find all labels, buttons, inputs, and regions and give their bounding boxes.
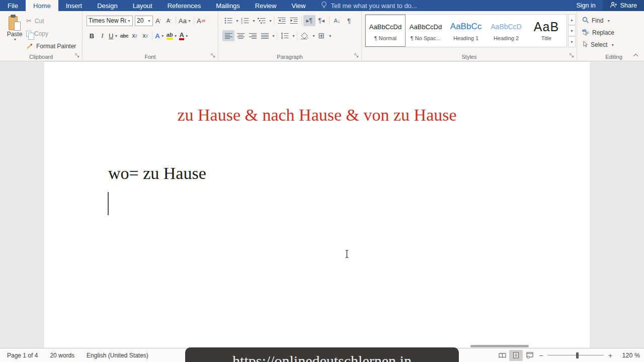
find-button[interactable]: Find ▼	[582, 15, 614, 27]
justify-dropdown-arrow-icon[interactable]: ▼	[272, 34, 275, 38]
cut-button[interactable]: ✂ Cut	[26, 15, 76, 27]
zoom-slider-handle[interactable]	[576, 352, 579, 358]
clipboard-group-label: Clipboard	[0, 54, 82, 60]
paste-button[interactable]: Paste ▼	[4, 15, 25, 41]
highlight-color-button[interactable]: ab▼	[166, 30, 179, 41]
show-hide-pilcrow-button[interactable]: ¶	[343, 15, 355, 26]
text-effects-button[interactable]: A▼	[154, 30, 165, 41]
language-indicator[interactable]: English (United States)	[87, 352, 148, 359]
word-window: File Home Insert Design Layout Reference…	[0, 0, 644, 362]
grow-font-button[interactable]: Aˆ	[153, 15, 164, 26]
font-family-dropdown-arrow-icon: ▼	[127, 19, 131, 23]
justify-button[interactable]	[259, 30, 271, 41]
select-dropdown-arrow-icon: ▼	[611, 43, 614, 47]
font-color-button[interactable]: A▼	[178, 30, 189, 41]
svg-text:3: 3	[241, 22, 243, 25]
copy-button[interactable]: Copy	[26, 27, 76, 40]
format-painter-button[interactable]: Format Painter	[26, 40, 76, 52]
style-normal[interactable]: AaBbCcDd ¶ Normal	[365, 15, 406, 47]
borders-dropdown-arrow-icon[interactable]: ▼	[329, 34, 332, 38]
tab-view[interactable]: View	[284, 0, 313, 11]
align-right-button[interactable]	[247, 30, 259, 41]
justify-icon	[261, 33, 269, 39]
web-layout-button[interactable]	[523, 350, 536, 361]
select-button[interactable]: Select ▼	[582, 39, 614, 51]
zoom-out-button[interactable]: −	[536, 351, 545, 359]
replace-button[interactable]: abac Replace	[582, 27, 614, 39]
read-mode-button[interactable]	[496, 350, 509, 361]
line-spacing-dropdown-arrow-icon[interactable]: ▼	[292, 34, 295, 38]
line-spacing-button[interactable]	[279, 30, 291, 41]
style-heading-1[interactable]: AaBbCc Heading 1	[446, 15, 486, 47]
share-button[interactable]: Share	[603, 0, 644, 11]
align-right-icon	[249, 33, 257, 39]
multilevel-list-button[interactable]	[256, 15, 268, 26]
zoom-slider[interactable]	[547, 350, 604, 361]
shrink-font-button[interactable]: Aˇ	[164, 15, 174, 26]
shading-button[interactable]	[299, 30, 311, 41]
styles-dialog-launcher[interactable]	[570, 52, 574, 59]
bullets-dropdown-arrow-icon[interactable]: ▼	[235, 19, 239, 23]
horizontal-scrollbar-thumb[interactable]	[470, 345, 529, 347]
superscript-button[interactable]: x2	[140, 30, 150, 41]
style-title-name: Title	[527, 35, 566, 41]
bold-button[interactable]: B	[87, 30, 97, 41]
multilevel-dropdown-arrow-icon[interactable]: ▼	[269, 19, 272, 23]
word-count[interactable]: 20 words	[50, 352, 74, 359]
sign-in-button[interactable]: Sign in	[569, 0, 602, 11]
rtl-text-direction-button[interactable]: ¶◂	[315, 15, 328, 26]
increase-indent-button[interactable]	[288, 15, 300, 26]
tab-insert[interactable]: Insert	[58, 0, 90, 11]
style-heading-2[interactable]: AaBbCcD Heading 2	[486, 15, 526, 47]
clear-formatting-button[interactable]: A	[196, 15, 206, 26]
subscript-button[interactable]: x2	[129, 30, 140, 41]
font-dialog-launcher[interactable]	[211, 52, 215, 59]
page-indicator[interactable]: Page 1 of 4	[7, 352, 38, 359]
tab-design[interactable]: Design	[90, 0, 125, 11]
editing-group-label: Editing	[599, 54, 629, 60]
tab-file[interactable]: File	[0, 0, 26, 11]
replace-icon: abac	[582, 29, 590, 37]
tab-home[interactable]: Home	[26, 0, 58, 11]
ltr-text-direction-button[interactable]: ▸¶	[303, 15, 315, 26]
document-page[interactable]: zu Hause & nach Hause & von zu Hause wo=…	[44, 62, 590, 348]
tab-references[interactable]: References	[160, 0, 208, 11]
paragraph-dialog-launcher[interactable]	[354, 52, 359, 59]
tab-layout[interactable]: Layout	[125, 0, 160, 11]
italic-button[interactable]: I	[97, 30, 108, 41]
align-left-icon	[225, 33, 232, 39]
style-title[interactable]: AaB Title	[526, 15, 567, 47]
change-case-button[interactable]: Aa▼	[178, 15, 192, 26]
font-size-value: 20	[137, 17, 146, 24]
decrease-indent-button[interactable]	[276, 15, 288, 26]
zoom-level[interactable]: 120 %	[618, 352, 640, 359]
numbering-button[interactable]: 123	[239, 15, 251, 26]
strikethrough-button[interactable]: abc	[119, 30, 129, 41]
style-no-spacing[interactable]: AaBbCcDd ¶ No Spac...	[406, 15, 446, 47]
find-label: Find	[592, 17, 603, 24]
bullets-button[interactable]	[222, 15, 234, 26]
text-insertion-caret	[108, 192, 109, 215]
underline-button[interactable]: U▼	[108, 30, 119, 41]
sort-button[interactable]: A↓	[331, 15, 343, 26]
numbering-dropdown-arrow-icon[interactable]: ▼	[252, 19, 256, 23]
collapse-ribbon-button[interactable]	[632, 52, 639, 59]
font-family-combo[interactable]: Times New Ro ▼	[87, 16, 133, 26]
clipboard-dialog-launcher[interactable]	[75, 52, 79, 59]
tell-me-box[interactable]: Tell me what you want to do...	[321, 0, 417, 11]
zoom-in-button[interactable]: +	[606, 351, 615, 359]
styles-scroll-up-button[interactable]: ▲	[568, 14, 576, 25]
align-center-button[interactable]	[234, 30, 247, 41]
eraser-icon	[201, 20, 206, 22]
print-layout-button[interactable]	[509, 350, 523, 361]
paste-dropdown-arrow-icon[interactable]: ▼	[5, 38, 25, 41]
tab-review[interactable]: Review	[248, 0, 284, 11]
styles-scroll-down-button[interactable]: ▼	[568, 25, 576, 36]
align-left-button[interactable]	[222, 30, 234, 41]
styles-gallery-more-button[interactable]: ▼	[568, 36, 576, 47]
borders-button[interactable]: ⊞	[315, 30, 328, 41]
tab-mailings[interactable]: Mailings	[208, 0, 248, 11]
style-no-spacing-preview: AaBbCcDd	[406, 18, 445, 35]
shading-dropdown-arrow-icon[interactable]: ▼	[312, 34, 315, 38]
font-size-combo[interactable]: 20 ▼	[135, 16, 153, 26]
